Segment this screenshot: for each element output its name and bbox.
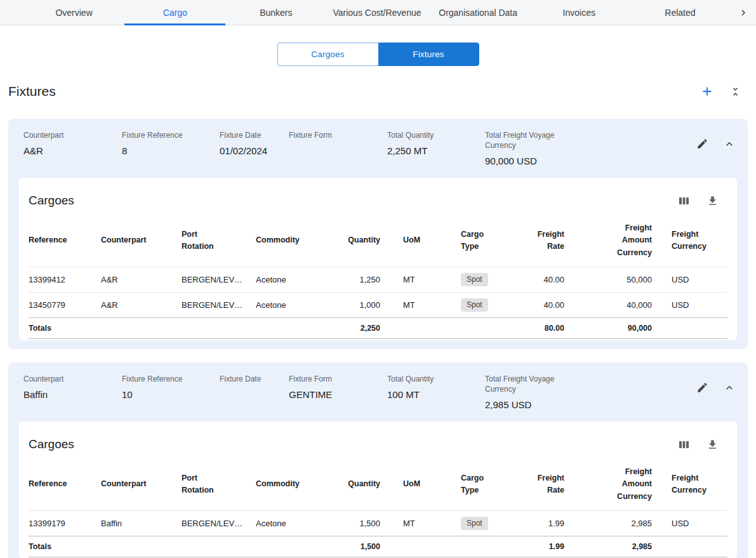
field-label-fixture-form: Fixture Form: [289, 130, 381, 140]
cell-cargo-type: Spot: [458, 293, 534, 318]
field-label-fixture-form: Fixture Form: [289, 374, 381, 384]
table-row: 13399412 A&R BERGEN/LEV… Acetone 1,250 M…: [29, 267, 727, 293]
cell-cargo-type: Spot: [458, 511, 534, 536]
cell-quantity: 1,250: [333, 267, 384, 293]
cargoes-fixtures-toggle: Cargoes Fixtures: [0, 43, 756, 66]
totals-row: Totals 2,250 80.00 90,000: [29, 318, 727, 339]
cargo-type-chip: Spot: [461, 298, 488, 312]
field-label-fixture-date: Fixture Date: [220, 374, 282, 384]
field-value-total-quantity: 2,250 MT: [387, 145, 479, 157]
field-value-counterpart: Baffin: [23, 389, 116, 401]
tab-overview[interactable]: Overview: [23, 0, 124, 25]
tab-bunkers[interactable]: Bunkers: [225, 0, 326, 25]
field-value-total-freight-voyage-currency: 2,985 USD: [485, 399, 567, 411]
col-header-freight-rate: Freight Rate: [534, 462, 571, 511]
cell-reference: 13450779: [29, 293, 101, 318]
tab-organisational-data[interactable]: Organisational Data: [428, 0, 529, 25]
cell-freight-amount-currency: 50,000: [571, 267, 656, 293]
cargoes-card: Cargoes: [19, 422, 737, 558]
field-value-fixture-reference: 10: [122, 389, 213, 401]
totals-freight-amount-currency: 90,000: [571, 318, 656, 339]
plus-icon: [700, 84, 714, 98]
cell-counterpart: A&R: [101, 293, 182, 318]
edit-fixture-button[interactable]: [695, 380, 710, 395]
pencil-icon: [696, 382, 708, 394]
field-label-total-quantity: Total Quantity: [387, 374, 479, 384]
page-title: Fixtures: [8, 84, 56, 99]
columns-icon: [678, 439, 690, 451]
field-value-fixture-date: [220, 389, 282, 401]
col-header-freight-amount-currency: Freight Amount Currency: [571, 218, 656, 267]
field-label-fixture-date: Fixture Date: [220, 130, 282, 140]
field-value-total-freight-voyage-currency: 90,000 USD: [485, 155, 567, 168]
column-settings-button[interactable]: [677, 437, 691, 452]
col-header-uom: UoM: [384, 218, 458, 267]
add-fixture-button[interactable]: [699, 83, 715, 100]
download-button[interactable]: [705, 437, 720, 452]
tab-related[interactable]: Related: [630, 0, 731, 25]
tab-various-cost-revenue[interactable]: Various Cost/Revenue: [326, 0, 427, 25]
fixture-card: Counterpart A&R Fixture Reference 8 Fixt…: [8, 119, 748, 349]
cargoes-title: Cargoes: [29, 437, 74, 451]
tab-cargo[interactable]: Cargo: [124, 0, 225, 25]
toggle-fixtures-button[interactable]: Fixtures: [378, 43, 479, 66]
totals-label: Totals: [29, 318, 101, 339]
download-button[interactable]: [705, 194, 720, 208]
col-header-port-rotation: Port Rotation: [182, 462, 256, 511]
edit-fixture-button[interactable]: [695, 136, 710, 151]
field-label-counterpart: Counterpart: [23, 130, 116, 140]
field-value-fixture-date: 01/02/2024: [220, 145, 282, 157]
field-label-fixture-reference: Fixture Reference: [122, 130, 213, 140]
cargoes-table: Reference Counterpart Port Rotation Comm…: [29, 218, 727, 339]
totals-quantity: 2,250: [333, 318, 384, 339]
chevron-up-icon: [723, 382, 736, 394]
cargo-type-chip: Spot: [461, 273, 488, 286]
totals-quantity: 1,500: [333, 536, 384, 557]
cell-freight-rate: 40.00: [534, 293, 571, 318]
fixture-summary: Counterpart A&R Fixture Reference 8 Fixt…: [19, 129, 737, 178]
column-settings-button[interactable]: [677, 194, 691, 208]
cell-freight-currency: USD: [656, 267, 727, 293]
cargo-type-chip: Spot: [461, 517, 488, 530]
collapse-fixture-button[interactable]: [722, 380, 737, 395]
col-header-freight-amount-currency: Freight Amount Currency: [571, 462, 656, 511]
tab-invoices[interactable]: Invoices: [529, 0, 630, 25]
fixture-card: Counterpart Baffin Fixture Reference 10 …: [8, 362, 748, 558]
totals-row: Totals 1,500 1.99 2,985: [29, 536, 727, 557]
collapse-fixture-button[interactable]: [722, 136, 737, 152]
totals-freight-rate: 80.00: [534, 318, 571, 339]
cell-reference: 13399412: [29, 267, 101, 293]
pencil-icon: [696, 138, 708, 150]
cell-port-rotation: BERGEN/LEV…: [182, 267, 256, 293]
col-header-quantity: Quantity: [333, 462, 384, 511]
chevron-up-icon: [723, 138, 736, 150]
cargoes-card: Cargoes: [19, 178, 737, 340]
cargoes-table: Reference Counterpart Port Rotation Comm…: [29, 462, 727, 557]
cell-counterpart: Baffin: [101, 511, 182, 536]
page-header: Fixtures: [0, 66, 756, 119]
cell-freight-amount-currency: 2,985: [571, 511, 656, 536]
field-value-total-quantity: 100 MT: [387, 389, 479, 401]
cell-freight-currency: USD: [656, 511, 727, 536]
col-header-freight-currency: Freight Currency: [656, 218, 727, 267]
field-value-fixture-form: GENTIME: [289, 389, 381, 401]
col-header-cargo-type: Cargo Type: [458, 462, 534, 511]
field-label-total-quantity: Total Quantity: [387, 130, 479, 140]
col-header-commodity: Commodity: [256, 218, 333, 267]
cell-uom: MT: [384, 511, 458, 536]
top-nav: Overview Cargo Bunkers Various Cost/Reve…: [0, 0, 756, 25]
collapse-all-button[interactable]: [728, 84, 743, 99]
fixture-summary: Counterpart Baffin Fixture Reference 10 …: [19, 373, 737, 422]
cell-port-rotation: BERGEN/LEV…: [182, 511, 256, 536]
cell-port-rotation: BERGEN/LEV…: [182, 293, 256, 318]
toggle-cargoes-button[interactable]: Cargoes: [277, 43, 378, 66]
nav-scroll-right-button[interactable]: [731, 0, 756, 25]
chevron-right-icon: [738, 7, 749, 18]
totals-label: Totals: [29, 536, 101, 557]
download-icon: [706, 195, 719, 207]
columns-icon: [678, 195, 690, 207]
table-row: 13399179 Baffin BERGEN/LEV… Acetone 1,50…: [29, 511, 727, 536]
field-label-counterpart: Counterpart: [23, 374, 116, 384]
col-header-quantity: Quantity: [333, 218, 384, 267]
cell-reference: 13399179: [29, 511, 101, 536]
